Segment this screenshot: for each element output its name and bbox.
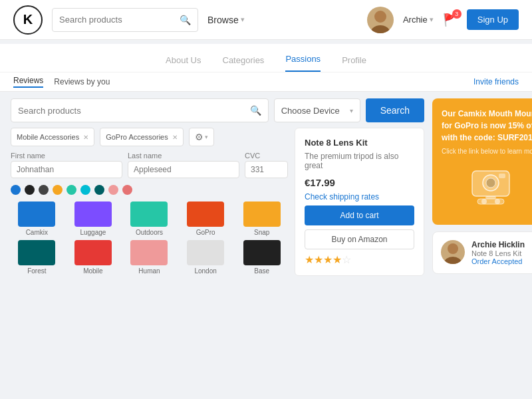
filter1-label: Mobile Accessories <box>17 133 79 141</box>
user-name-text: Archie <box>403 15 428 25</box>
main-search-bar: 🔍 <box>11 98 269 122</box>
nav-search-icon: 🔍 <box>180 15 191 25</box>
color-dot[interactable] <box>39 185 49 195</box>
cvc-field: CVC <box>245 152 288 178</box>
swatch-item[interactable]: Human <box>123 240 176 275</box>
user-name[interactable]: Archie ▾ <box>403 15 434 25</box>
swatch-item[interactable]: Mobile <box>67 240 120 275</box>
order-card: Archie Hicklin Note 8 Lens Kit Order Acc… <box>432 231 532 274</box>
swatch-item[interactable]: Snap <box>235 201 288 236</box>
filters-row: Mobile Accessories ✕ GoPro Accessories ✕… <box>11 128 288 146</box>
gear-arrow-icon: ▾ <box>205 134 208 140</box>
filter2-clear-icon[interactable]: ✕ <box>172 134 178 141</box>
svg-point-9 <box>495 199 500 204</box>
filter1-dropdown[interactable]: Mobile Accessories ✕ <box>11 128 94 146</box>
order-name: Archie Hicklin <box>471 240 525 249</box>
product-card: Note 8 Lens Kit The premium tripod is al… <box>295 128 424 276</box>
tab-passions[interactable]: Passions <box>285 54 321 72</box>
sub-tab-reviews[interactable]: Reviews <box>13 76 43 88</box>
cvc-input[interactable] <box>245 161 288 178</box>
color-dot[interactable] <box>122 185 132 195</box>
color-dots-row <box>11 185 288 195</box>
filter2-label: GoPro Accessories <box>106 133 168 141</box>
device-dropdown[interactable]: Choose Device ▾ <box>274 98 360 122</box>
device-label: Choose Device <box>281 106 340 116</box>
signup-button[interactable]: Sign Up <box>467 9 519 30</box>
swatch-label: London <box>194 267 216 275</box>
swatch-label: Mobile <box>83 267 102 275</box>
search-button[interactable]: Search <box>366 98 424 122</box>
svg-rect-6 <box>485 196 496 199</box>
top-nav: K 🔍 Browse ▾ Archie ▾ 🚩 3 Sign Up <box>0 0 532 40</box>
add-to-cart-button[interactable]: Add to cart <box>305 205 414 225</box>
avatar <box>367 7 394 33</box>
user-arrow-icon: ▾ <box>430 15 434 24</box>
browse-menu[interactable]: Browse ▾ <box>207 15 245 25</box>
color-dot[interactable] <box>108 185 118 195</box>
swatch-item[interactable]: Base <box>235 240 288 275</box>
order-info: Archie Hicklin Note 8 Lens Kit Order Acc… <box>471 240 525 265</box>
last-name-label: Last name <box>128 152 239 160</box>
filter1-clear-icon[interactable]: ✕ <box>83 134 88 141</box>
tab-profile[interactable]: Profile <box>342 55 366 72</box>
first-name-field: First name <box>11 152 122 178</box>
svg-point-10 <box>448 243 458 254</box>
product-title: Note 8 Lens Kit <box>305 138 414 148</box>
product-subtitle: The premium tripod is also great <box>305 152 414 170</box>
swatch-item[interactable]: GoPro <box>180 201 232 236</box>
color-dot[interactable] <box>25 185 35 195</box>
last-name-input[interactable] <box>128 161 239 178</box>
order-avatar <box>441 240 465 264</box>
nav-search-input[interactable] <box>59 15 180 25</box>
buy-on-amazon-button[interactable]: Buy on Amazon <box>305 229 414 249</box>
swatch-label: Outdoors <box>136 229 163 236</box>
svg-point-4 <box>486 178 495 188</box>
tab-about-us[interactable]: About Us <box>166 55 201 72</box>
swatch-label: Human <box>138 267 160 275</box>
sub-tab-reviews-by-you[interactable]: Reviews by you <box>54 77 110 86</box>
tab-categories[interactable]: Categories <box>223 55 265 72</box>
color-dot[interactable] <box>66 185 76 195</box>
swatch-item[interactable]: Camkix <box>11 201 63 236</box>
swatch-item[interactable]: Outdoors <box>123 201 176 236</box>
color-dot[interactable] <box>94 185 104 195</box>
order-status[interactable]: Order Accepted <box>471 257 525 265</box>
first-name-label: First name <box>11 152 122 160</box>
flag-badge[interactable]: 🚩 3 <box>443 13 458 27</box>
filter2-dropdown[interactable]: GoPro Accessories ✕ <box>100 128 184 146</box>
svg-point-8 <box>481 199 487 204</box>
shipping-link[interactable]: Check shipping rates <box>305 192 414 201</box>
color-dot[interactable] <box>11 185 21 195</box>
order-product: Note 8 Lens Kit <box>471 249 525 257</box>
swatch-label: Snap <box>254 229 269 236</box>
gear-button[interactable]: ⚙ ▾ <box>189 128 214 146</box>
swatch-item[interactable]: Forest <box>11 240 63 275</box>
tab-bar: About Us Categories Passions Profile Rev… <box>0 44 532 92</box>
color-dot[interactable] <box>53 185 63 195</box>
swatch-item[interactable]: London <box>180 240 232 275</box>
nav-search-bar: 🔍 <box>52 8 198 32</box>
last-name-field: Last name <box>128 152 239 178</box>
browse-arrow-icon: ▾ <box>241 15 245 24</box>
logo[interactable]: K <box>13 5 43 35</box>
main-search-input[interactable] <box>18 106 250 116</box>
swatch-label: GoPro <box>196 229 215 236</box>
swatch-item[interactable]: Luggage <box>67 201 120 236</box>
notification-badge: 3 <box>452 9 462 19</box>
product-stars: ★★★★☆ <box>305 253 414 266</box>
main-search-row: 🔍 Choose Device ▾ Search <box>11 98 424 122</box>
promo-subtitle: Click the link below to learn more <box>442 148 532 155</box>
camera-illustration <box>442 164 532 207</box>
invite-friends-link[interactable]: Invite friends <box>473 77 519 86</box>
svg-point-0 <box>374 11 386 23</box>
cvc-label: CVC <box>245 152 288 160</box>
svg-rect-5 <box>499 174 505 178</box>
gear-icon: ⚙ <box>195 132 203 142</box>
browse-label: Browse <box>207 15 239 25</box>
camera-svg <box>464 164 517 207</box>
first-name-input[interactable] <box>11 161 122 178</box>
swatch-label: Camkix <box>26 229 48 236</box>
swatch-label: Forest <box>27 267 46 275</box>
color-dot[interactable] <box>80 185 90 195</box>
promo-card[interactable]: Our Camkix Mouth Mount for GoPro is now … <box>432 98 532 225</box>
